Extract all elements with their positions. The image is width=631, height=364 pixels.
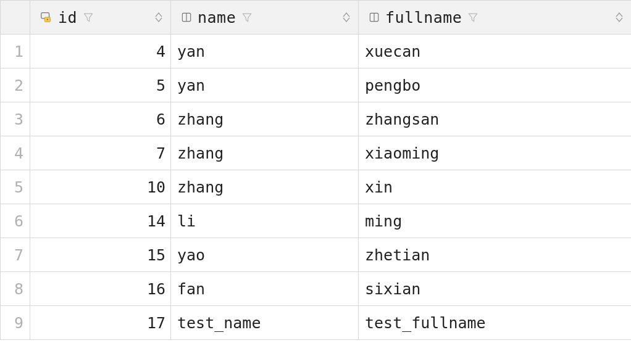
sort-icon[interactable] [616, 12, 625, 22]
cell-id[interactable]: 15 [30, 238, 171, 272]
cell-id[interactable]: 5 [30, 68, 171, 102]
cell-name[interactable]: yan [171, 68, 359, 102]
column-label: fullname [385, 9, 462, 27]
cell-name[interactable]: test_name [171, 306, 359, 340]
svg-point-2 [47, 19, 48, 20]
cell-name[interactable]: yan [171, 35, 359, 68]
sort-icon[interactable] [155, 12, 165, 22]
cell-fullname[interactable]: ming [359, 204, 632, 238]
row-number: 1 [1, 35, 30, 68]
cell-name[interactable]: zhang [171, 136, 359, 170]
cell-id[interactable]: 16 [30, 272, 171, 306]
cell-id[interactable]: 7 [30, 136, 171, 170]
column-header-name[interactable]: name [171, 1, 359, 35]
cell-id[interactable]: 6 [30, 102, 171, 136]
row-number: 5 [1, 170, 30, 204]
results-table: id [0, 0, 631, 340]
cell-id[interactable]: 14 [30, 204, 171, 238]
filter-icon[interactable] [82, 11, 94, 23]
cell-name[interactable]: li [171, 204, 359, 238]
cell-fullname[interactable]: xin [359, 170, 632, 204]
column-icon [368, 11, 380, 23]
row-number: 3 [1, 102, 30, 136]
cell-fullname[interactable]: zhetian [359, 238, 632, 272]
cell-fullname[interactable]: xiaoming [359, 136, 632, 170]
table-row[interactable]: 1 4 yan xuecan [1, 35, 632, 68]
column-icon [180, 11, 193, 23]
table-row[interactable]: 2 5 yan pengbo [1, 68, 632, 102]
cell-fullname[interactable]: sixian [359, 272, 632, 306]
row-number: 9 [1, 306, 30, 340]
sort-icon[interactable] [343, 12, 353, 22]
table-row[interactable]: 4 7 zhang xiaoming [1, 136, 632, 170]
column-header-fullname[interactable]: fullname [359, 1, 632, 35]
cell-fullname[interactable]: pengbo [359, 68, 632, 102]
row-number: 2 [1, 68, 30, 102]
header-row: id [1, 1, 632, 35]
table-row[interactable]: 8 16 fan sixian [1, 272, 632, 306]
row-number: 6 [1, 204, 30, 238]
cell-name[interactable]: yao [171, 238, 359, 272]
row-number: 8 [1, 272, 30, 306]
table-row[interactable]: 6 14 li ming [1, 204, 632, 238]
cell-fullname[interactable]: zhangsan [359, 102, 632, 136]
filter-icon[interactable] [467, 11, 479, 23]
row-number: 7 [1, 238, 30, 272]
filter-icon[interactable] [241, 11, 253, 23]
table-row[interactable]: 5 10 zhang xin [1, 170, 632, 204]
row-number: 4 [1, 136, 30, 170]
table-row[interactable]: 9 17 test_name test_fullname [1, 306, 632, 340]
cell-id[interactable]: 10 [30, 170, 171, 204]
column-label: name [198, 9, 236, 27]
table-row[interactable]: 3 6 zhang zhangsan [1, 102, 632, 136]
column-header-id[interactable]: id [30, 1, 171, 35]
cell-name[interactable]: fan [171, 272, 359, 306]
row-number-header [1, 1, 30, 35]
primary-key-icon [40, 10, 53, 24]
column-label: id [58, 9, 77, 27]
cell-name[interactable]: zhang [171, 170, 359, 204]
cell-id[interactable]: 4 [30, 35, 171, 68]
table-row[interactable]: 7 15 yao zhetian [1, 238, 632, 272]
cell-name[interactable]: zhang [171, 102, 359, 136]
cell-fullname[interactable]: test_fullname [359, 306, 632, 340]
cell-fullname[interactable]: xuecan [359, 35, 632, 68]
cell-id[interactable]: 17 [30, 306, 171, 340]
